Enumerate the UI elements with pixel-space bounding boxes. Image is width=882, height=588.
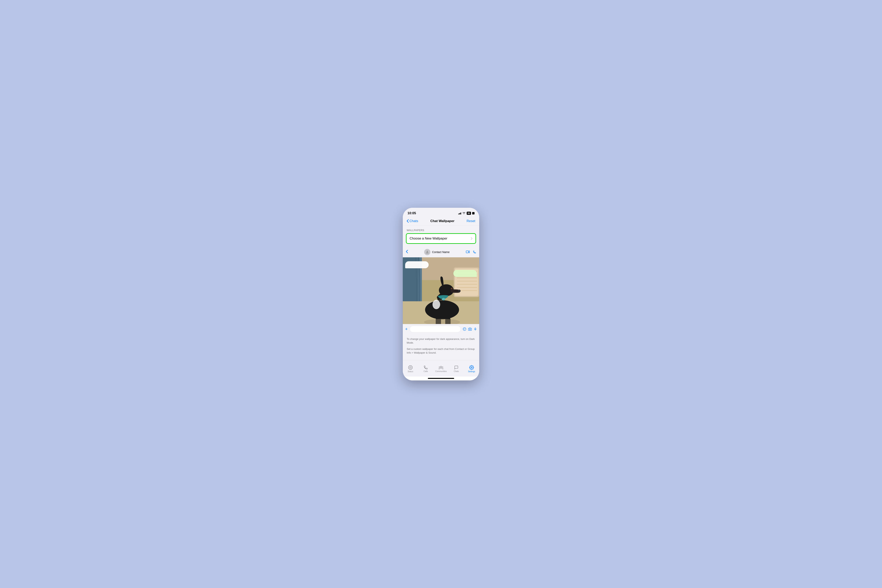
svg-point-37	[439, 366, 440, 368]
svg-point-28	[463, 327, 466, 330]
svg-point-26	[433, 300, 440, 309]
svg-point-23	[442, 298, 445, 300]
phone-frame: 10:05 95 !	[403, 208, 479, 380]
camera-icon[interactable]	[468, 327, 472, 331]
svg-point-36	[440, 366, 442, 368]
chevron-right-icon	[471, 237, 472, 240]
chat-preview: Contact Name	[403, 247, 479, 334]
contact-avatar	[424, 249, 430, 255]
svg-point-18	[425, 300, 459, 319]
svg-point-29	[464, 328, 464, 329]
contact-name: Contact Name	[432, 250, 449, 254]
info-text-2: Set a custom wallpaper for each chat fro…	[407, 347, 475, 355]
chat-preview-header: Contact Name	[403, 247, 479, 257]
settings-icon	[469, 365, 474, 370]
svg-point-22	[452, 288, 452, 288]
info-text-1: To change your wallpaper for dark appear…	[407, 337, 475, 345]
message-input[interactable]	[410, 326, 461, 332]
communities-icon	[438, 365, 444, 370]
tab-communities-label: Communities	[435, 370, 447, 372]
input-action-icons	[463, 327, 477, 331]
back-label: Chats	[410, 219, 418, 223]
wifi-icon	[462, 212, 465, 214]
svg-rect-32	[475, 328, 476, 329]
plus-icon[interactable]: +	[405, 327, 408, 332]
microphone-icon[interactable]	[474, 327, 477, 331]
chats-icon	[454, 365, 459, 370]
tab-settings-label: Settings	[468, 370, 475, 373]
svg-point-30	[465, 328, 465, 329]
sent-bubble	[453, 270, 477, 277]
tab-communities[interactable]: Communities	[435, 365, 447, 372]
home-bar	[428, 378, 454, 379]
svg-rect-3	[466, 250, 468, 253]
svg-point-20	[458, 290, 460, 292]
video-call-icon	[466, 250, 470, 253]
chat-input-bar: +	[403, 324, 479, 334]
home-indicator	[403, 376, 479, 380]
phone-icon	[473, 250, 476, 254]
tab-calls[interactable]: Calls	[420, 365, 432, 372]
choose-wallpaper-label: Choose a New Wallpaper	[410, 237, 447, 240]
section-wallpapers-label: WALLPAPERS	[403, 226, 479, 233]
message-bubbles	[403, 259, 479, 279]
svg-point-38	[442, 366, 443, 368]
info-section: To change your wallpaper for dark appear…	[403, 334, 479, 360]
svg-point-34	[408, 366, 412, 369]
reset-button[interactable]: Reset	[466, 219, 475, 223]
choose-wallpaper-row[interactable]: Choose a New Wallpaper	[406, 233, 476, 244]
content-area: WALLPAPERS Choose a New Wallpaper	[403, 226, 479, 360]
tab-calls-label: Calls	[423, 370, 428, 372]
chevron-left-icon	[407, 219, 409, 223]
status-bar: 10:05 95 !	[403, 208, 479, 218]
chat-header-icons	[466, 250, 476, 254]
sticker-icon[interactable]	[463, 327, 466, 331]
chat-wallpaper-image	[403, 257, 479, 324]
tab-status[interactable]: Status	[405, 365, 416, 373]
received-bubble	[405, 261, 429, 268]
tab-chats[interactable]: Chats	[450, 365, 462, 372]
tab-chats-label: Chats	[454, 370, 459, 372]
svg-point-35	[410, 367, 411, 368]
svg-point-39	[471, 367, 472, 368]
chat-preview-back-icon	[406, 250, 408, 254]
status-icons: 95 !	[458, 212, 474, 215]
chat-contact: Contact Name	[424, 249, 449, 255]
nav-bar: Chats Chat Wallpaper Reset	[403, 218, 479, 226]
notification-dot: !	[472, 212, 474, 214]
signal-icon	[458, 212, 461, 214]
svg-text:!: !	[473, 213, 473, 214]
battery-badge: 95	[466, 212, 471, 215]
calls-icon	[423, 365, 428, 370]
person-icon	[425, 250, 429, 254]
status-icon	[408, 365, 413, 370]
nav-back-button[interactable]: Chats	[407, 219, 418, 223]
tab-bar: Status Calls Communities	[403, 360, 479, 376]
status-time: 10:05	[408, 211, 416, 215]
nav-title: Chat Wallpaper	[430, 219, 454, 223]
svg-point-2	[427, 250, 428, 252]
tab-settings[interactable]: Settings	[466, 365, 477, 373]
tab-status-label: Status	[408, 370, 413, 373]
svg-point-31	[470, 328, 471, 330]
